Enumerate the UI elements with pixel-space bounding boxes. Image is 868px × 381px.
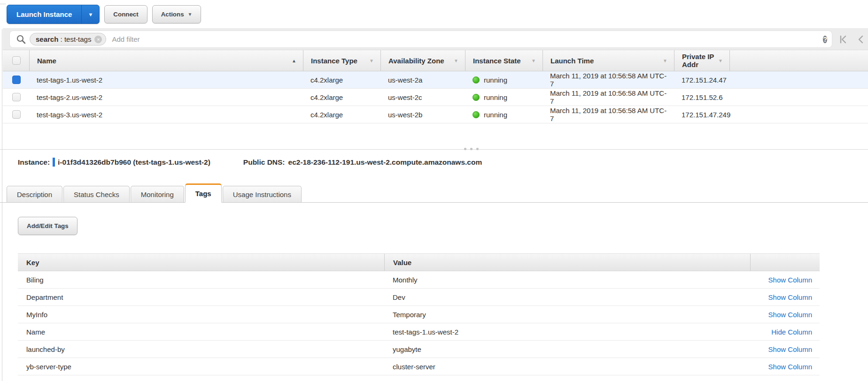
cell-filler	[729, 71, 868, 88]
tags-table: Key Value Biling Monthly Show Column Dep…	[18, 253, 820, 375]
instances-table: Name ▲ Instance Type ▼ Availability Zone…	[3, 50, 868, 123]
search-icon	[16, 35, 26, 44]
remove-filter-icon[interactable]: ×	[94, 36, 102, 43]
add-filter-placeholder[interactable]: Add filter	[112, 35, 140, 43]
show-column-link[interactable]: Show Column	[768, 276, 812, 284]
cell-name[interactable]: test-tags-3.us-west-2	[29, 106, 303, 123]
detail-tabs: Description Status Checks Monitoring Tag…	[0, 183, 868, 203]
cell-filler	[729, 89, 868, 106]
select-all-checkbox-cell	[3, 50, 29, 71]
cell-instance-type: c4.2xlarge	[303, 106, 380, 123]
pane-resize-handle[interactable]	[464, 148, 479, 150]
table-row[interactable]: test-tags-3.us-west-2 c4.2xlarge us-west…	[3, 106, 868, 123]
show-column-link[interactable]: Show Column	[768, 311, 812, 319]
filter-chip-key: search	[36, 35, 58, 43]
pane-corner-divider	[0, 4, 6, 4]
filter-chip-value: : test-tags	[61, 35, 92, 43]
search-input[interactable]: search : test-tags × Add filter ?	[9, 30, 832, 48]
running-status-icon	[473, 76, 480, 84]
help-icon[interactable]: ?	[823, 36, 827, 43]
pagination-prev-icon[interactable]	[856, 34, 866, 45]
row-checkbox[interactable]	[12, 110, 21, 119]
tab-description[interactable]: Description	[7, 186, 62, 202]
column-header-instance-type[interactable]: Instance Type ▼	[303, 50, 380, 71]
tab-monitoring[interactable]: Monitoring	[131, 186, 184, 202]
row-checkbox[interactable]	[12, 93, 21, 101]
row-checkbox-cell	[3, 89, 29, 106]
column-header-launch-time[interactable]: Launch Time ▼	[542, 50, 674, 71]
row-checkbox-cell	[3, 106, 29, 123]
hide-column-link[interactable]: Hide Column	[771, 328, 812, 336]
cell-private-ip: 172.151.24.47	[674, 71, 729, 88]
show-column-link[interactable]: Show Column	[768, 345, 812, 353]
instance-details-bar: Instance: i-01f3d41326db7b960 (test-tags…	[18, 158, 868, 167]
cell-private-ip: 172.151.47.249	[674, 106, 729, 123]
table-row[interactable]: test-tags-1.us-west-2 c4.2xlarge us-west…	[3, 71, 868, 89]
tag-key: yb-server-type	[18, 358, 384, 375]
tag-key: Name	[18, 323, 384, 340]
table-row: Name test-tags-1.us-west-2 Hide Column	[18, 323, 820, 341]
instance-state-label: running	[484, 76, 507, 84]
cell-availability-zone: us-west-2c	[380, 89, 465, 106]
instances-table-header: Name ▲ Instance Type ▼ Availability Zone…	[3, 50, 868, 71]
filter-chip-search-test-tags[interactable]: search : test-tags ×	[30, 33, 106, 46]
connect-button[interactable]: Connect	[104, 5, 147, 23]
cell-availability-zone: us-west-2a	[380, 71, 465, 88]
tag-key: Department	[18, 289, 384, 305]
table-row: Department Dev Show Column	[18, 289, 820, 306]
tab-status-checks[interactable]: Status Checks	[63, 186, 130, 202]
column-header-private-ip[interactable]: Private IP Addr ▼	[674, 50, 729, 71]
add-edit-tags-label: Add/Edit Tags	[27, 222, 69, 229]
cell-name[interactable]: test-tags-2.us-west-2	[29, 89, 303, 106]
launch-instance-button[interactable]: Launch Instance ▼	[7, 5, 100, 24]
instance-state-label: running	[484, 111, 507, 119]
column-header-instance-state[interactable]: Instance State ▼	[465, 50, 542, 71]
toolbar: Launch Instance ▼ Connect Actions ▼	[7, 5, 201, 24]
show-column-link[interactable]: Show Column	[768, 363, 812, 371]
column-header-availability-zone[interactable]: Availability Zone ▼	[380, 50, 465, 71]
cell-instance-type: c4.2xlarge	[303, 89, 380, 106]
filter-bar: search : test-tags × Add filter ?	[3, 28, 868, 50]
pane-left-divider	[2, 29, 2, 381]
caret-down-icon[interactable]: ▼	[663, 58, 667, 63]
caret-down-icon[interactable]: ▼	[369, 58, 374, 63]
instance-state-label: running	[484, 93, 507, 101]
tag-key: MyInfo	[18, 306, 384, 323]
column-header-instance-type-label: Instance Type	[311, 57, 357, 65]
tag-value: Dev	[384, 289, 750, 305]
column-header-name[interactable]: Name ▲	[29, 50, 303, 71]
column-header-launch-time-label: Launch Time	[550, 57, 594, 65]
sort-ascending-icon[interactable]: ▲	[292, 58, 296, 63]
table-row: Biling Monthly Show Column	[18, 271, 820, 289]
column-header-availability-zone-label: Availability Zone	[388, 57, 444, 65]
tab-label: Status Checks	[74, 190, 119, 198]
actions-button[interactable]: Actions ▼	[152, 5, 202, 23]
launch-instance-label[interactable]: Launch Instance	[7, 5, 81, 23]
instance-id: i-01f3d41326db7b960 (test-tags-1.us-west…	[58, 158, 210, 167]
cell-instance-state: running	[465, 71, 542, 88]
caret-down-icon[interactable]: ▼	[454, 58, 458, 63]
launch-instance-caret[interactable]: ▼	[81, 5, 99, 23]
instance-marker-bar	[53, 158, 55, 167]
running-status-icon	[473, 94, 480, 101]
tags-column-header-key: Key	[18, 254, 384, 271]
select-all-checkbox[interactable]	[12, 56, 21, 65]
tag-value: Temporary	[384, 306, 750, 323]
cell-launch-time: March 11, 2019 at 10:56:58 AM UTC-7	[542, 106, 674, 123]
tags-table-header: Key Value	[18, 253, 820, 271]
pane-splitter-line	[0, 149, 868, 150]
caret-down-icon[interactable]: ▼	[718, 58, 723, 63]
row-checkbox[interactable]	[12, 76, 21, 84]
caret-down-icon[interactable]: ▼	[531, 58, 536, 63]
cell-name[interactable]: test-tags-1.us-west-2	[29, 71, 303, 88]
row-checkbox-cell	[3, 71, 29, 88]
tab-tags[interactable]: Tags	[185, 183, 222, 203]
show-column-link[interactable]: Show Column	[768, 293, 812, 301]
pagination	[838, 34, 866, 45]
add-edit-tags-button[interactable]: Add/Edit Tags	[18, 217, 78, 235]
tab-usage-instructions[interactable]: Usage Instructions	[223, 186, 302, 202]
actions-label: Actions	[161, 11, 184, 18]
table-row[interactable]: test-tags-2.us-west-2 c4.2xlarge us-west…	[3, 89, 868, 106]
cell-instance-type: c4.2xlarge	[303, 71, 380, 88]
pagination-first-icon[interactable]	[838, 34, 848, 45]
